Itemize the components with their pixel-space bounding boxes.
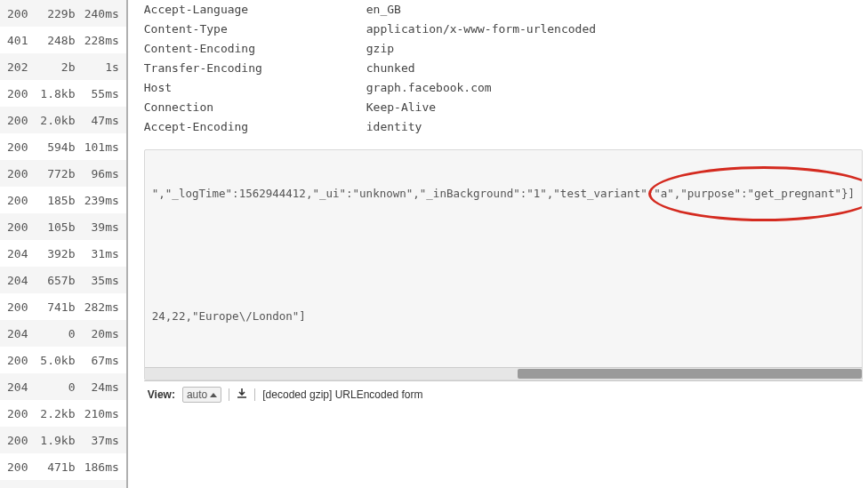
response-size: 229b [35,7,81,20]
response-time: 210ms [80,407,122,420]
header-value: graph.facebook.com [366,78,863,98]
request-row[interactable]: 2022b1s [0,53,126,80]
header-name: Host [144,78,366,98]
view-mode-text: auto [187,388,207,401]
download-icon[interactable] [237,388,247,402]
status-code: 200 [4,460,35,474]
header-value: chunked [366,59,863,78]
response-time: 186ms [80,460,122,474]
response-size: 2.0kb [35,114,81,127]
request-row[interactable]: 204024ms [0,373,126,400]
request-row[interactable]: 2002.0kb47ms [0,107,126,133]
header-row: Accept-Languageen_GB [144,0,863,20]
response-size: 392b [35,247,81,260]
body-line: 24,22,"Europe\/London"] [152,308,855,324]
body-line: ","_logTime":1562944412,"_ui":"unknown",… [152,186,855,202]
response-size: 0 [35,380,81,394]
header-name: Accept-Language [144,0,366,20]
request-detail: Accept-Languageen_GBContent-Typeapplicat… [128,0,868,488]
response-time: 31ms [80,247,122,260]
header-value: gzip [366,39,863,59]
request-list[interactable]: 200229b240ms401248b228ms2022b1s2001.8kb5… [0,0,128,488]
status-code: 200 [4,220,35,234]
status-code: 200 [4,300,35,314]
request-row[interactable]: 200594b101ms [0,133,126,160]
response-time: 20ms [80,327,122,340]
response-time: 1s [80,60,122,74]
response-size: 594b [35,140,81,154]
header-row: Content-Encodinggzip [144,39,863,59]
response-size: 772b [35,167,81,180]
header-name: Accept-Encoding [144,117,366,137]
request-row[interactable]: 204392b31ms [0,240,126,267]
request-row[interactable]: 200185b239ms [0,187,126,213]
status-code: 200 [4,194,35,207]
decoded-label: [decoded gzip] URLEncoded form [262,388,422,401]
request-row[interactable]: 200229b240ms [0,0,126,27]
response-size: 185b [35,194,81,207]
response-body: ","_logTime":1562944412,"_ui":"unknown",… [145,150,862,332]
header-row: ConnectionKeep-Alive [144,98,863,117]
response-time: 39ms [80,220,122,234]
status-code: 200 [4,87,35,100]
response-time: 282ms [80,300,122,314]
response-time: 101ms [80,140,122,154]
request-row[interactable]: 204657b35ms [0,267,126,293]
response-time: 24ms [80,380,122,394]
response-size: 0 [35,327,81,340]
chevron-up-icon [210,393,217,397]
response-body-panel[interactable]: ","_logTime":1562944412,"_ui":"unknown",… [144,149,863,380]
divider [229,388,229,401]
response-time: 240ms [80,7,122,20]
response-size: 471b [35,460,81,474]
request-row[interactable]: 2005.0kb67ms [0,347,126,373]
status-code: 200 [4,114,35,127]
header-value: application/x-www-form-urlencoded [366,20,863,39]
response-time: 228ms [80,34,122,47]
header-name: Transfer-Encoding [144,59,366,78]
status-code: 200 [4,7,35,20]
divider [254,388,255,401]
response-time: 35ms [80,274,122,287]
header-value: identity [366,117,863,137]
request-row[interactable]: 401248b228ms [0,27,126,53]
response-time: 55ms [80,87,122,100]
header-row: Hostgraph.facebook.com [144,78,863,98]
response-size: 2b [35,60,81,74]
horizontal-scrollbar[interactable] [145,367,862,380]
request-row[interactable]: 200471b186ms [0,453,126,480]
response-size: 5.0kb [35,354,81,367]
response-size: 2.2kb [35,407,81,420]
header-row: Transfer-Encodingchunked [144,59,863,78]
status-code: 401 [4,34,35,47]
status-code: 204 [4,327,35,340]
status-code: 200 [4,407,35,420]
status-code: 204 [4,274,35,287]
header-row: Accept-Encodingidentity [144,117,863,137]
view-bar: View: auto [decoded gzip] URLEncoded for… [144,380,863,408]
status-code: 200 [4,167,35,180]
view-mode-selector[interactable]: auto [182,387,221,403]
header-name: Content-Type [144,20,366,39]
status-code: 204 [4,247,35,260]
status-code: 200 [4,354,35,367]
request-row[interactable]: 200741b282ms [0,293,126,320]
request-row[interactable]: 2002.2kb272ms [0,480,126,488]
request-row[interactable]: 2001.8kb55ms [0,80,126,107]
response-time: 37ms [80,434,122,447]
request-row[interactable]: 204020ms [0,320,126,347]
status-code: 202 [4,60,35,74]
header-row: Content-Typeapplication/x-www-form-urlen… [144,20,863,39]
request-row[interactable]: 200772b96ms [0,160,126,187]
response-size: 248b [35,34,81,47]
response-size: 657b [35,274,81,287]
status-code: 200 [4,434,35,447]
scrollbar-thumb[interactable] [518,369,862,379]
header-name: Content-Encoding [144,39,366,59]
response-time: 47ms [80,114,122,127]
status-code: 204 [4,380,35,394]
request-row[interactable]: 2002.2kb210ms [0,400,126,427]
request-row[interactable]: 2001.9kb37ms [0,427,126,453]
response-size: 1.9kb [35,434,81,447]
request-row[interactable]: 200105b39ms [0,213,126,240]
